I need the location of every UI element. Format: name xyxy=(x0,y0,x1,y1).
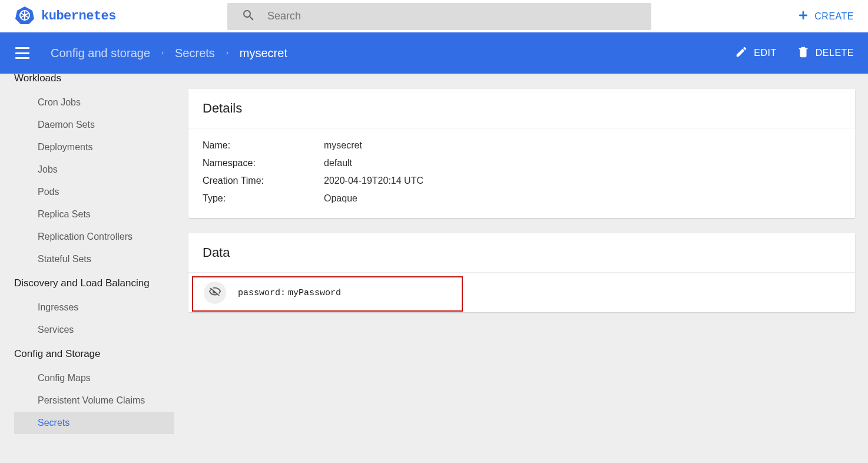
sidebar-item[interactable]: Cron Jobs xyxy=(14,91,174,114)
breadcrumb-item[interactable]: Config and storage xyxy=(44,47,157,60)
detail-label: Type: xyxy=(203,193,324,204)
sidebar-item[interactable]: Config Maps xyxy=(14,367,174,389)
details-header: Details xyxy=(188,89,855,128)
kubernetes-logo-icon xyxy=(15,6,34,27)
sidebar: WorkloadsCron JobsDaemon SetsDeployments… xyxy=(0,74,177,463)
menu-icon[interactable] xyxy=(15,46,29,60)
sidebar-item[interactable]: Ingresses xyxy=(14,296,174,319)
sidebar-item[interactable]: Persistent Volume Claims xyxy=(14,389,174,412)
edit-label: EDIT xyxy=(754,48,776,58)
sidebar-group-title[interactable]: Discovery and Load Balancing xyxy=(0,270,177,296)
create-label: CREATE xyxy=(814,11,854,22)
detail-value: default xyxy=(324,158,352,168)
data-key: password: xyxy=(238,288,286,298)
sidebar-item[interactable]: Replica Sets xyxy=(14,203,174,226)
topbar: kubernetes CREATE xyxy=(0,0,868,32)
data-value: myPassword xyxy=(288,288,341,298)
delete-button[interactable]: DELETE xyxy=(797,45,854,61)
trash-icon xyxy=(797,45,810,61)
sidebar-item[interactable]: Deployments xyxy=(14,136,174,158)
toggle-visibility-button[interactable] xyxy=(204,282,226,304)
details-card: Details Name:mysecretNamespace:defaultCr… xyxy=(188,89,855,218)
edit-button[interactable]: EDIT xyxy=(735,45,776,61)
chevron-right-icon xyxy=(224,47,230,60)
breadcrumb-item[interactable]: Secrets xyxy=(168,47,222,60)
detail-value: 2020-04-19T20:14 UTC xyxy=(324,176,423,186)
sidebar-item[interactable]: Pods xyxy=(14,181,174,203)
data-header: Data xyxy=(188,233,855,273)
sidebar-item[interactable]: Replication Controllers xyxy=(14,226,174,248)
detail-row: Namespace:default xyxy=(203,154,841,172)
detail-value: mysecret xyxy=(324,140,362,151)
detail-row: Type:Opaque xyxy=(203,190,841,207)
data-entry: password: myPassword xyxy=(188,273,855,312)
detail-row: Name:mysecret xyxy=(203,137,841,154)
search-icon xyxy=(241,8,256,25)
sidebar-group-title[interactable]: Config and Storage xyxy=(0,341,177,367)
breadcrumb: Config and storageSecretsmysecret xyxy=(44,47,294,60)
sidebar-item[interactable]: Jobs xyxy=(14,158,174,181)
bluebar: Config and storageSecretsmysecret EDIT D… xyxy=(0,32,868,74)
search-input[interactable] xyxy=(267,10,637,22)
detail-label: Namespace: xyxy=(203,158,324,168)
search-box[interactable] xyxy=(227,3,651,30)
detail-label: Creation Time: xyxy=(203,176,324,186)
eye-off-icon xyxy=(208,285,221,301)
detail-row: Creation Time:2020-04-19T20:14 UTC xyxy=(203,172,841,190)
breadcrumb-item: mysecret xyxy=(233,47,294,60)
plus-icon xyxy=(797,9,810,24)
data-card: Data password: myPassword xyxy=(188,233,855,312)
brand[interactable]: kubernetes xyxy=(15,6,227,27)
sidebar-group-title[interactable]: Workloads xyxy=(0,74,177,91)
create-button[interactable]: CREATE xyxy=(797,9,854,24)
sidebar-item[interactable]: Stateful Sets xyxy=(14,248,174,270)
sidebar-item[interactable]: Daemon Sets xyxy=(14,114,174,136)
chevron-right-icon xyxy=(160,47,165,60)
detail-label: Name: xyxy=(203,140,324,151)
detail-value: Opaque xyxy=(324,193,357,204)
sidebar-item[interactable]: Services xyxy=(14,319,174,341)
main-content: Details Name:mysecretNamespace:defaultCr… xyxy=(177,74,868,463)
brand-text: kubernetes xyxy=(41,9,116,24)
sidebar-item[interactable]: Secrets xyxy=(14,412,174,434)
delete-label: DELETE xyxy=(816,48,854,58)
pencil-icon xyxy=(735,45,748,61)
